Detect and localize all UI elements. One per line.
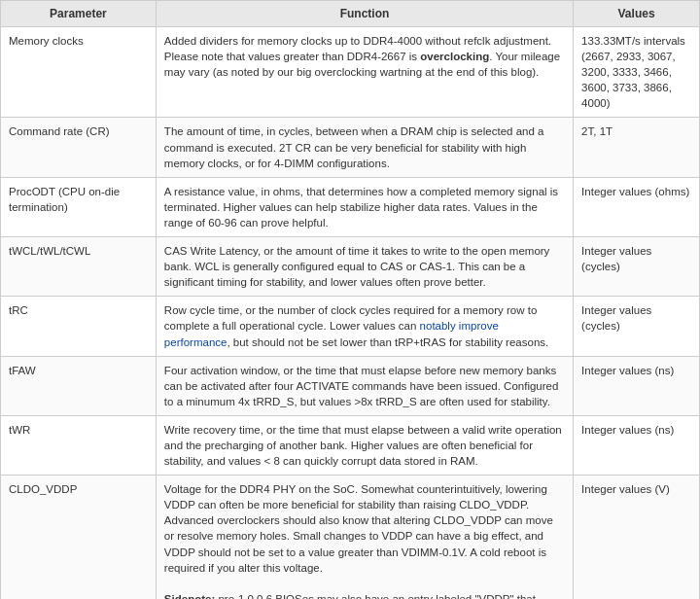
table-row: ProcODT (CPU on-die termination)A resist…: [1, 177, 700, 236]
table-row: Command rate (CR)The amount of time, in …: [1, 118, 700, 177]
function-cell: Voltage for the DDR4 PHY on the SoC. Som…: [156, 476, 573, 599]
table-row: tWRWrite recovery time, or the time that…: [1, 415, 700, 475]
table-row: CLDO_VDDPVoltage for the DDR4 PHY on the…: [1, 476, 700, 599]
param-cell: tFAW: [1, 356, 157, 415]
param-cell: Command rate (CR): [1, 118, 157, 177]
table-row: tFAWFour activation window, or the time …: [1, 356, 700, 415]
function-cell: CAS Write Latency, or the amount of time…: [156, 237, 573, 297]
values-cell: Integer values (cycles): [574, 237, 700, 297]
table-row: tWCL/tWL/tCWLCAS Write Latency, or the a…: [1, 237, 700, 297]
param-cell: ProcODT (CPU on-die termination): [1, 177, 157, 236]
function-cell: Four activation window, or the time that…: [156, 356, 573, 415]
function-cell: Added dividers for memory clocks up to D…: [156, 27, 573, 118]
param-cell: Memory clocks: [1, 27, 157, 118]
values-cell: Integer values (cycles): [574, 297, 700, 356]
table-row: Memory clocksAdded dividers for memory c…: [1, 27, 700, 118]
param-cell: tRC: [1, 297, 157, 356]
header-parameter: Parameter: [1, 1, 157, 27]
table-row: tRCRow cycle time, or the number of cloc…: [1, 297, 700, 356]
values-cell: 2T, 1T: [574, 118, 700, 177]
function-cell: The amount of time, in cycles, between w…: [156, 118, 573, 177]
header-values: Values: [574, 1, 700, 27]
header-function: Function: [156, 1, 573, 27]
main-table: Parameter Function Values Memory clocksA…: [0, 0, 700, 599]
param-cell: tWCL/tWL/tCWL: [1, 237, 157, 297]
values-cell: Integer values (ns): [574, 356, 700, 415]
param-cell: tWR: [1, 415, 157, 475]
values-cell: Integer values (ohms): [574, 177, 700, 236]
param-cell: CLDO_VDDP: [1, 476, 157, 599]
function-cell: A resistance value, in ohms, that determ…: [156, 177, 573, 236]
values-cell: 133.33MT/s intervals (2667, 2933, 3067, …: [574, 27, 700, 118]
values-cell: Integer values (ns): [574, 415, 700, 475]
function-cell: Row cycle time, or the number of clock c…: [156, 297, 573, 356]
function-cell: Write recovery time, or the time that mu…: [156, 415, 573, 475]
values-cell: Integer values (V): [574, 476, 700, 599]
